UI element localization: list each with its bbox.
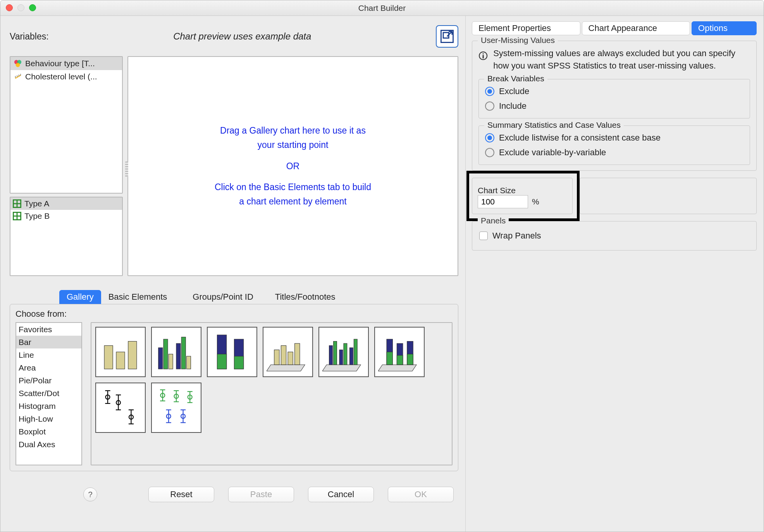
- type-histogram[interactable]: Histogram: [16, 400, 81, 412]
- svg-rect-18: [128, 342, 137, 369]
- list-item[interactable]: Cholesterol level (...: [10, 70, 122, 83]
- thumb-3d-bar[interactable]: [263, 327, 313, 377]
- cs-legend: Chart Size: [478, 186, 567, 195]
- variables-list[interactable]: Behaviour type [T... Cholesterol level (…: [10, 56, 123, 194]
- radio-label: Exclude listwise for a consistent case b…: [499, 133, 661, 143]
- preview-label: Chart preview uses example data: [49, 31, 436, 42]
- category-icon: [13, 212, 21, 220]
- bv-exclude-radio[interactable]: Exclude: [484, 84, 744, 99]
- type-favorites[interactable]: Favorites: [16, 323, 81, 336]
- svg-rect-23: [181, 337, 186, 369]
- tab-groups-point-id[interactable]: Groups/Point ID: [185, 290, 261, 304]
- category-label: Type A: [24, 199, 49, 208]
- svg-rect-17: [116, 352, 125, 369]
- svg-rect-19: [158, 348, 163, 369]
- ss-listwise-radio[interactable]: Exclude listwise for a consistent case b…: [484, 130, 744, 145]
- right-pane: Element Properties Chart Appearance Opti…: [465, 16, 764, 532]
- type-line[interactable]: Line: [16, 348, 81, 361]
- thumb-simple-error-bar[interactable]: [95, 383, 146, 433]
- variable-label: Cholesterol level (...: [25, 72, 97, 81]
- radio-icon: [485, 87, 494, 96]
- chart-type-list[interactable]: Favorites Bar Line Area Pie/Polar Scatte…: [15, 322, 82, 465]
- zoom-icon[interactable]: [29, 4, 36, 11]
- list-item[interactable]: Type B: [10, 210, 122, 222]
- type-scatter-dot[interactable]: Scatter/Dot: [16, 387, 81, 400]
- right-tabs: Element Properties Chart Appearance Opti…: [472, 21, 757, 35]
- type-dual-axes[interactable]: Dual Axes: [16, 438, 81, 451]
- categories-list[interactable]: Type A Type B: [10, 197, 123, 276]
- titlebar: Chart Builder: [0, 0, 764, 16]
- tab-element-properties[interactable]: Element Properties: [472, 21, 580, 35]
- cancel-button[interactable]: Cancel: [308, 487, 374, 502]
- list-item[interactable]: Type A: [10, 197, 122, 210]
- svg-rect-39: [349, 348, 353, 365]
- svg-rect-38: [344, 343, 347, 365]
- svg-rect-30: [274, 350, 279, 365]
- chart-size-input[interactable]: [478, 195, 528, 208]
- svg-rect-36: [334, 342, 337, 365]
- preview-hint: Drag a Gallery chart here to use it as y…: [215, 124, 371, 209]
- svg-rect-45: [397, 355, 403, 365]
- splitter-handle[interactable]: [125, 161, 128, 177]
- tab-gallery[interactable]: Gallery: [59, 290, 101, 304]
- close-icon[interactable]: [6, 4, 13, 11]
- thumb-stacked-3d-bar[interactable]: [374, 327, 425, 377]
- help-button[interactable]: ?: [83, 487, 97, 501]
- percent-label: %: [532, 197, 539, 206]
- thumb-clustered-bar[interactable]: [151, 327, 201, 377]
- type-pie-polar[interactable]: Pie/Polar: [16, 374, 81, 387]
- type-bar[interactable]: Bar: [16, 336, 81, 348]
- panels-legend: Panels: [478, 216, 509, 225]
- umv-info-text: System-missing values are always exclude…: [493, 47, 750, 72]
- ss-legend: Summary Statistics and Case Values: [484, 120, 624, 130]
- list-item[interactable]: Behaviour type [T...: [10, 57, 122, 70]
- umv-legend: User-Missing Values: [478, 36, 558, 45]
- radio-label: Exclude: [499, 86, 529, 96]
- variables-label: Variables:: [10, 31, 49, 42]
- tab-options[interactable]: Options: [692, 21, 757, 35]
- svg-marker-41: [378, 365, 416, 371]
- chart-preview-dropzone[interactable]: Drag a Gallery chart here to use it as y…: [127, 56, 458, 276]
- wrap-panels-checkbox[interactable]: Wrap Panels: [478, 229, 750, 242]
- thumb-clustered-3d-bar[interactable]: [318, 327, 369, 377]
- tab-basic-elements[interactable]: Basic Elements: [101, 290, 175, 304]
- type-area[interactable]: Area: [16, 361, 81, 374]
- svg-rect-16: [104, 346, 113, 369]
- svg-marker-29: [267, 365, 305, 371]
- svg-rect-5: [15, 75, 21, 79]
- type-boxplot[interactable]: Boxplot: [16, 425, 81, 438]
- svg-marker-34: [322, 365, 361, 371]
- expand-icon: [441, 30, 454, 43]
- window: Chart Builder Variables: Chart preview u…: [0, 0, 764, 532]
- svg-rect-26: [217, 354, 227, 369]
- type-high-low[interactable]: High-Low: [16, 412, 81, 425]
- thumb-stacked-bar[interactable]: [207, 327, 257, 377]
- svg-rect-47: [407, 354, 413, 365]
- paste-button: Paste: [228, 487, 294, 502]
- left-pane: Variables: Chart preview uses example da…: [0, 16, 465, 532]
- reset-button[interactable]: Reset: [148, 487, 214, 502]
- svg-rect-40: [354, 339, 357, 365]
- ss-byvar-radio[interactable]: Exclude variable-by-variable: [484, 145, 744, 160]
- tab-titles-footnotes[interactable]: Titles/Footnotes: [268, 290, 343, 304]
- body: Variables: Chart preview uses example da…: [0, 16, 764, 532]
- svg-point-81: [483, 53, 484, 54]
- checkbox-icon: [479, 232, 488, 240]
- category-label: Type B: [24, 211, 50, 221]
- svg-rect-37: [339, 350, 343, 365]
- radio-icon: [485, 133, 494, 142]
- bv-legend: Break Variables: [484, 74, 547, 83]
- svg-rect-33: [295, 343, 300, 365]
- svg-rect-21: [169, 354, 173, 369]
- bv-include-radio[interactable]: Include: [484, 99, 744, 113]
- ok-button: OK: [388, 487, 454, 502]
- gallery-thumbnails: [91, 322, 453, 465]
- expand-chart-button[interactable]: [436, 25, 458, 48]
- break-variables-group: Break Variables Exclude Include: [478, 79, 750, 118]
- window-title: Chart Builder: [0, 3, 764, 13]
- svg-rect-20: [163, 339, 168, 369]
- traffic-lights: [6, 4, 36, 11]
- thumb-clustered-error-bar[interactable]: [151, 383, 201, 433]
- tab-chart-appearance[interactable]: Chart Appearance: [582, 21, 690, 35]
- thumb-simple-bar[interactable]: [95, 327, 146, 377]
